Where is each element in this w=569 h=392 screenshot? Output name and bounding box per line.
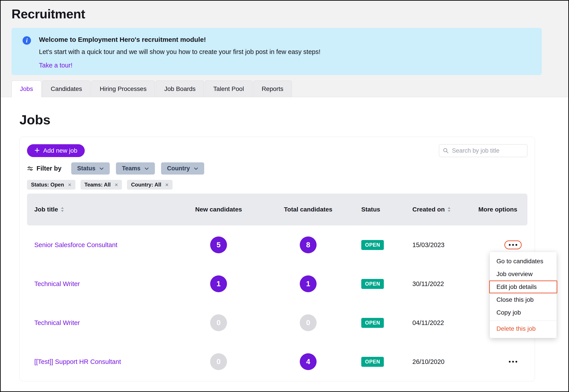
col-job-title: Job title (34, 206, 58, 213)
menu-item-edit-job-details[interactable]: Edit job details (489, 280, 557, 293)
menu-item-job-overview[interactable]: Job overview (490, 268, 557, 280)
created-on-date: 26/10/2020 (409, 358, 478, 365)
chevron-down-icon (194, 167, 198, 170)
job-title-link[interactable]: Technical Writer (27, 319, 179, 326)
jobs-table: Job title New candidates Total candidate… (27, 194, 527, 381)
tab-candidates[interactable]: Candidates (42, 81, 90, 97)
jobs-card: + Add new job Filter by (19, 137, 535, 381)
created-on-date: 04/11/2022 (409, 319, 478, 326)
menu-item-delete-this-job[interactable]: Delete this job (490, 322, 557, 335)
filter-by-label: Filter by (27, 165, 61, 172)
more-options-highlight (504, 240, 522, 249)
tab-hiring-processes[interactable]: Hiring Processes (91, 81, 155, 97)
banner-body: Let's start with a quick tour and we wil… (39, 48, 320, 56)
active-filter-teams: Teams: All × (81, 180, 122, 190)
table-header: Job title New candidates Total candidate… (27, 194, 527, 225)
status-badge: OPEN (361, 240, 384, 250)
more-options-menu: Go to candidates Job overview Edit job d… (490, 252, 557, 338)
job-title-link[interactable]: [[Test]] Support HR Consultant (27, 358, 179, 365)
created-on-date: 30/11/2022 (409, 280, 478, 288)
status-badge: OPEN (361, 318, 384, 328)
total-candidates-count: 1 (300, 275, 317, 292)
new-candidates-count: 0 (210, 353, 227, 370)
sort-icon[interactable] (447, 207, 451, 212)
chevron-down-icon (99, 167, 104, 170)
new-candidates-count: 1 (210, 275, 227, 292)
tab-jobs[interactable]: Jobs (12, 81, 41, 97)
search-input[interactable] (452, 147, 524, 154)
welcome-banner: i Welcome to Employment Hero's recruitme… (12, 28, 542, 75)
table-row: Technical Writer 1 1 OPEN 30/11/2022 (27, 264, 527, 303)
tab-bar: Jobs Candidates Hiring Processes Job Boa… (1, 81, 568, 97)
more-options-icon[interactable] (509, 361, 517, 363)
job-search[interactable] (439, 144, 527, 157)
col-created-on: Created on (412, 206, 445, 213)
total-candidates-count: 4 (300, 353, 317, 370)
remove-filter-icon[interactable]: × (68, 182, 71, 188)
total-candidates-count: 0 (300, 314, 317, 331)
new-candidates-count: 0 (210, 314, 227, 331)
job-title-link[interactable]: Technical Writer (27, 280, 179, 288)
remove-filter-icon[interactable]: × (115, 182, 118, 188)
menu-divider (490, 321, 557, 321)
search-icon (443, 148, 449, 154)
created-on-date: 15/03/2023 (409, 241, 478, 249)
job-title-link[interactable]: Senior Salesforce Consultant (27, 241, 179, 249)
remove-filter-icon[interactable]: × (165, 182, 168, 188)
active-filter-country: Country: All × (127, 180, 173, 190)
tab-job-boards[interactable]: Job Boards (156, 81, 204, 97)
more-options-icon[interactable] (509, 244, 517, 246)
col-total-candidates: Total candidates (258, 206, 358, 213)
info-icon: i (23, 36, 31, 45)
sort-icon[interactable] (61, 207, 64, 212)
active-filter-status: Status: Open × (27, 180, 75, 190)
status-filter-dropdown[interactable]: Status (71, 162, 110, 175)
table-row: Senior Salesforce Consultant 5 8 OPEN 15… (27, 225, 527, 264)
table-row: Technical Writer 0 0 OPEN 04/11/2022 (27, 303, 527, 342)
jobs-heading: Jobs (19, 97, 568, 127)
menu-item-copy-job[interactable]: Copy job (490, 306, 557, 319)
tab-reports[interactable]: Reports (253, 81, 292, 97)
page-title: Recruitment (12, 6, 568, 21)
tab-talent-pool[interactable]: Talent Pool (205, 81, 252, 97)
new-candidates-count: 5 (210, 237, 227, 253)
col-more-options: More options (478, 206, 527, 213)
menu-item-close-this-job[interactable]: Close this job (490, 293, 557, 306)
status-badge: OPEN (361, 279, 384, 289)
jobs-page-content: Jobs + Add new job (1, 97, 568, 392)
teams-filter-dropdown[interactable]: Teams (116, 162, 155, 175)
filter-sliders-icon (27, 166, 33, 172)
status-badge: OPEN (361, 357, 384, 367)
take-tour-link[interactable]: Take a tour! (39, 62, 72, 69)
country-filter-dropdown[interactable]: Country (161, 162, 204, 175)
col-status: Status (358, 206, 409, 213)
table-row: [[Test]] Support HR Consultant 0 4 OPEN … (27, 342, 527, 381)
menu-item-go-to-candidates[interactable]: Go to candidates (490, 255, 557, 268)
banner-title: Welcome to Employment Hero's recruitment… (39, 36, 320, 43)
chevron-down-icon (144, 167, 149, 170)
col-new-candidates: New candidates (179, 206, 258, 213)
add-new-job-button[interactable]: + Add new job (27, 144, 85, 157)
total-candidates-count: 8 (300, 237, 317, 253)
